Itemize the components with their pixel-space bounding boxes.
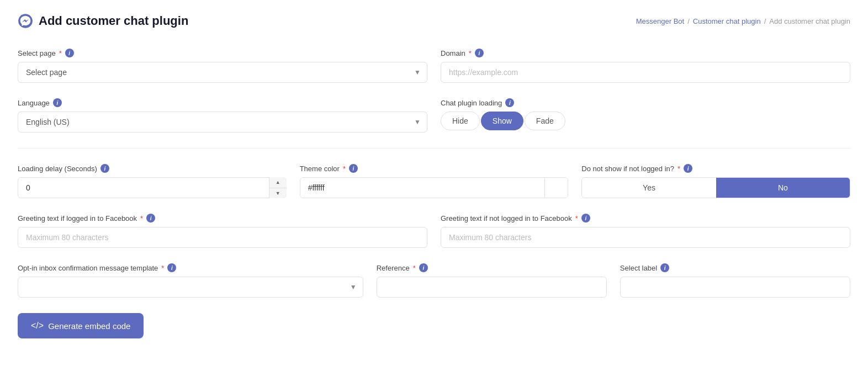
language-group: Language i English (US) French Spanish G… — [18, 98, 427, 133]
opt-in-template-label: Opt-in inbox confirmation message templa… — [18, 263, 363, 272]
loading-delay-group: Loading delay (Seconds) i ▲ ▼ — [18, 164, 287, 198]
opt-in-template-info-icon[interactable]: i — [167, 263, 176, 272]
opt-in-template-wrapper: ▼ — [18, 277, 363, 298]
do-not-show-toggle: Yes No — [581, 177, 850, 198]
loading-delay-spinners: ▲ ▼ — [269, 177, 287, 198]
domain-group: Domain * i — [441, 49, 850, 83]
select-label-input[interactable] — [620, 277, 850, 298]
chat-plugin-loading-label: Chat plugin loading i — [441, 98, 850, 107]
breadcrumb: Messenger Bot / Customer chat plugin / A… — [636, 17, 850, 25]
greeting-logged-in-info-icon[interactable]: i — [146, 214, 155, 223]
language-select-wrapper: English (US) French Spanish German ▼ — [18, 112, 427, 133]
hide-toggle-btn[interactable]: Hide — [441, 112, 480, 130]
greeting-not-logged-in-label: Greeting text if not logged in to Facebo… — [441, 214, 850, 223]
messenger-icon — [18, 13, 33, 29]
do-not-show-required: * — [678, 165, 680, 173]
loading-delay-info-icon[interactable]: i — [100, 164, 109, 173]
chat-plugin-loading-toggle: Hide Show Fade — [441, 112, 850, 130]
select-label-group: Select label i — [620, 263, 850, 298]
language-label: Language i — [18, 98, 427, 107]
select-page-required: * — [59, 49, 62, 57]
chat-plugin-loading-group: Chat plugin loading i Hide Show Fade — [441, 98, 850, 133]
select-page-label: Select page * i — [18, 49, 427, 57]
page-header: Add customer chat plugin Messenger Bot /… — [18, 13, 850, 29]
opt-in-template-required: * — [161, 264, 164, 272]
page-title: Add customer chat plugin — [18, 13, 188, 29]
form-row-5: Opt-in inbox confirmation message templa… — [18, 263, 850, 298]
loading-delay-label: Loading delay (Seconds) i — [18, 164, 287, 173]
select-page-group: Select page * i Select page ▼ — [18, 49, 427, 83]
domain-required: * — [469, 49, 472, 57]
show-toggle-btn[interactable]: Show — [481, 112, 523, 130]
fade-toggle-btn[interactable]: Fade — [525, 112, 565, 130]
form-row-2: Language i English (US) French Spanish G… — [18, 98, 850, 133]
greeting-logged-in-required: * — [140, 214, 143, 223]
theme-color-wrapper — [300, 177, 569, 198]
greeting-not-logged-in-required: * — [575, 214, 578, 223]
select-page-info-icon[interactable]: i — [65, 49, 74, 57]
form-row-3: Loading delay (Seconds) i ▲ ▼ Theme colo… — [18, 164, 850, 198]
greeting-logged-in-input[interactable] — [18, 227, 427, 248]
theme-color-swatch[interactable] — [544, 178, 568, 198]
select-label-label: Select label i — [620, 263, 850, 272]
select-label-info-icon[interactable]: i — [660, 263, 669, 272]
select-page-wrapper: Select page ▼ — [18, 62, 427, 83]
no-btn[interactable]: No — [716, 178, 850, 198]
chat-plugin-loading-info-icon[interactable]: i — [505, 98, 514, 107]
language-info-icon[interactable]: i — [53, 98, 62, 107]
language-select[interactable]: English (US) French Spanish German — [18, 112, 427, 133]
loading-delay-increment[interactable]: ▲ — [269, 177, 287, 188]
generate-embed-code-button[interactable]: </> Generate embed code — [18, 313, 144, 338]
greeting-not-logged-in-group: Greeting text if not logged in to Facebo… — [441, 214, 850, 248]
do-not-show-label: Do not show if not logged in? * i — [581, 164, 850, 173]
domain-input[interactable] — [441, 62, 850, 83]
breadcrumb-messenger-bot[interactable]: Messenger Bot — [636, 17, 684, 25]
domain-info-icon[interactable]: i — [475, 49, 484, 57]
yes-btn[interactable]: Yes — [582, 178, 716, 198]
do-not-show-info-icon[interactable]: i — [684, 164, 692, 173]
theme-color-input[interactable] — [300, 178, 545, 198]
theme-color-label: Theme color * i — [300, 164, 569, 173]
loading-delay-decrement[interactable]: ▼ — [269, 188, 287, 199]
reference-label: Reference * i — [377, 263, 607, 272]
breadcrumb-current: Add customer chat plugin — [769, 17, 850, 25]
reference-required: * — [413, 264, 416, 272]
theme-color-info-icon[interactable]: i — [349, 164, 358, 173]
form-row-4: Greeting text if logged in to Facebook *… — [18, 214, 850, 248]
opt-in-template-group: Opt-in inbox confirmation message templa… — [18, 263, 363, 298]
reference-input[interactable] — [377, 277, 607, 298]
greeting-logged-in-label: Greeting text if logged in to Facebook *… — [18, 214, 427, 223]
breadcrumb-customer-chat-plugin[interactable]: Customer chat plugin — [693, 17, 761, 25]
select-page-input[interactable]: Select page — [18, 62, 427, 83]
generate-btn-label: Generate embed code — [48, 321, 130, 331]
loading-delay-input[interactable] — [18, 177, 287, 198]
loading-delay-wrapper: ▲ ▼ — [18, 177, 287, 198]
opt-in-template-select[interactable] — [18, 277, 363, 298]
greeting-logged-in-group: Greeting text if logged in to Facebook *… — [18, 214, 427, 248]
reference-group: Reference * i — [377, 263, 607, 298]
theme-color-group: Theme color * i — [300, 164, 569, 198]
greeting-not-logged-in-info-icon[interactable]: i — [581, 214, 590, 223]
greeting-not-logged-in-input[interactable] — [441, 227, 850, 248]
reference-info-icon[interactable]: i — [419, 263, 428, 272]
do-not-show-group: Do not show if not logged in? * i Yes No — [581, 164, 850, 198]
embed-icon: </> — [31, 321, 44, 331]
theme-color-required: * — [343, 165, 346, 173]
form-row-1: Select page * i Select page ▼ Domain * i — [18, 49, 850, 83]
domain-label: Domain * i — [441, 49, 850, 57]
divider-1 — [18, 148, 850, 149]
